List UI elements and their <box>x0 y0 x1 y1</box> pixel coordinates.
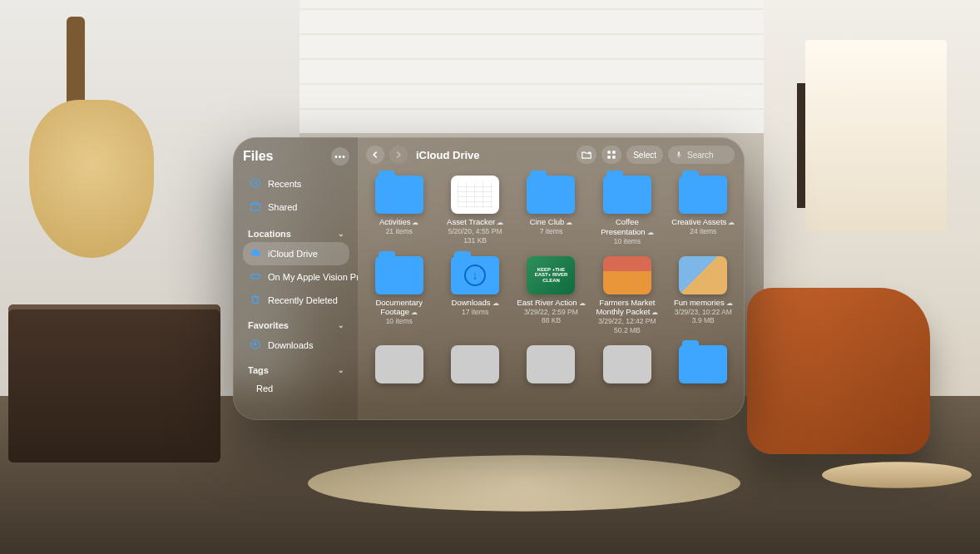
new-folder-button[interactable] <box>577 146 596 164</box>
sidebar-item-red[interactable]: Red <box>243 378 349 398</box>
chevron-down-icon: ⌄ <box>338 366 344 374</box>
item-name: Creative Assets☁︎ <box>671 217 735 227</box>
cloud-icon: ☁︎ <box>728 219 735 226</box>
item-name: Documentary Footage☁︎ <box>364 298 433 318</box>
item-thumbnail <box>679 176 727 214</box>
search-placeholder: Search <box>687 151 714 160</box>
item-meta-size: 50.2 MB <box>614 326 641 335</box>
item-meta: 17 items <box>462 308 488 317</box>
file-item[interactable]: Creative Assets☁︎ 24 items <box>667 172 740 250</box>
svg-rect-4 <box>608 151 611 154</box>
file-item[interactable] <box>667 342 740 390</box>
file-item[interactable]: KEEP +THE EAST+ RIVER CLEAN East River A… <box>515 253 587 339</box>
cloud-icon: ☁︎ <box>726 299 733 307</box>
back-button[interactable] <box>366 146 384 164</box>
main-area: iCloud Drive Select Search <box>358 137 745 420</box>
item-meta: 10 items <box>386 317 413 326</box>
grid-icon <box>606 149 617 161</box>
search-field[interactable]: Search <box>668 146 735 164</box>
file-item[interactable] <box>363 342 435 390</box>
file-item[interactable]: Downloads☁︎ 17 items <box>438 253 511 339</box>
visionpro-icon <box>250 270 261 284</box>
sidebar-item-label: iCloud Drive <box>268 249 318 259</box>
item-thumbnail <box>679 256 727 294</box>
item-meta-size: 3.9 MB <box>692 316 715 325</box>
item-thumbnail <box>527 176 575 214</box>
item-meta: 3/29/22, 12:42 PM <box>598 317 656 326</box>
item-name: Activities☁︎ <box>379 217 418 227</box>
files-window: Files ••• Recents Shared Locations ⌄ iCl… <box>233 137 745 420</box>
item-meta: 3/29/22, 2:59 PM <box>524 308 578 317</box>
cloud-icon: ☁︎ <box>566 219 572 226</box>
file-item[interactable]: Documentary Footage☁︎ 10 items <box>363 253 435 339</box>
file-item[interactable]: Asset Tracker☁︎ 5/20/20, 4:55 PM 131 KB <box>438 172 511 250</box>
item-name: Asset Tracker☁︎ <box>447 217 503 227</box>
download-icon <box>250 339 261 352</box>
item-thumbnail <box>451 345 499 383</box>
sidebar-item-label: Recents <box>268 179 301 189</box>
item-name: East River Action☁︎ <box>517 298 585 308</box>
sidebar-item-label: Red <box>256 383 273 393</box>
sidebar-item-recently-deleted[interactable]: Recently Deleted <box>243 289 349 312</box>
file-item[interactable]: Farmers Market Monthly Packet☁︎ 3/29/22,… <box>591 253 663 339</box>
item-thumbnail <box>451 176 499 214</box>
sidebar-quick-shared[interactable]: Shared <box>243 195 349 219</box>
file-item[interactable]: Cine Club☁︎ 7 items <box>515 172 587 250</box>
section-title: Tags <box>248 365 269 375</box>
file-item[interactable]: Activities☁︎ 21 items <box>363 172 435 250</box>
item-name: Cine Club☁︎ <box>530 217 573 227</box>
sidebar-section-favorites[interactable]: Favorites ⌄ <box>243 312 349 334</box>
svg-rect-7 <box>612 156 616 159</box>
cloud-icon: ☁︎ <box>412 219 418 226</box>
sidebar-item-label: Downloads <box>268 340 313 350</box>
select-label: Select <box>633 151 656 160</box>
sidebar-item-label: On My Apple Vision Pro <box>268 272 358 282</box>
cloud-icon: ☁︎ <box>411 309 418 316</box>
ellipsis-icon: ••• <box>334 152 346 161</box>
app-title: Files <box>243 149 273 164</box>
new-folder-icon <box>581 149 592 161</box>
mic-icon <box>675 149 683 161</box>
view-mode-button[interactable] <box>601 146 621 164</box>
svg-rect-6 <box>608 156 611 159</box>
file-item[interactable] <box>438 342 511 390</box>
item-thumbnail <box>679 345 727 383</box>
sidebar-item-icloud-drive[interactable]: iCloud Drive <box>243 242 349 265</box>
toolbar: iCloud Drive Select Search <box>358 137 745 169</box>
item-thumbnail <box>375 176 423 214</box>
item-meta-size: 88 KB <box>542 316 561 325</box>
svg-rect-2 <box>251 275 260 279</box>
svg-rect-5 <box>612 151 616 154</box>
cloud-icon: ☁︎ <box>651 309 658 316</box>
sidebar-section-tags[interactable]: Tags ⌄ <box>243 357 349 378</box>
item-thumbnail <box>603 345 651 383</box>
chevron-right-icon <box>393 149 404 161</box>
svg-rect-8 <box>678 151 680 155</box>
item-meta: 7 items <box>540 227 562 236</box>
file-item[interactable]: Fun memories☁︎ 3/29/23, 10:22 AM 3.9 MB <box>667 253 740 339</box>
cloud-icon: ☁︎ <box>647 229 654 236</box>
sidebar-item-label: Shared <box>268 202 297 212</box>
sidebar-item-downloads[interactable]: Downloads <box>243 334 349 357</box>
item-meta: 3/29/23, 10:22 AM <box>675 308 732 317</box>
trash-icon <box>250 294 261 307</box>
item-name: Coffee Presentation☁︎ <box>592 217 661 237</box>
item-name: Downloads☁︎ <box>452 298 499 308</box>
chevron-down-icon: ⌄ <box>338 230 344 238</box>
sidebar-section-locations[interactable]: Locations ⌄ <box>243 220 349 242</box>
forward-button[interactable] <box>389 146 408 164</box>
item-meta: 24 items <box>690 227 716 236</box>
select-button[interactable]: Select <box>626 146 663 164</box>
item-name: Fun memories☁︎ <box>674 298 733 308</box>
more-button[interactable]: ••• <box>331 147 349 166</box>
section-title: Favorites <box>248 320 289 330</box>
file-item[interactable]: Coffee Presentation☁︎ 10 items <box>591 172 663 250</box>
file-grid-scroll[interactable]: Activities☁︎ 21 items Asset Tracker☁︎ 5/… <box>358 169 745 420</box>
file-item[interactable] <box>515 342 587 390</box>
sidebar-quick-recents[interactable]: Recents <box>243 172 349 195</box>
file-item[interactable] <box>591 342 663 390</box>
sidebar-item-on-my-apple-vision-pro[interactable]: On My Apple Vision Pro <box>243 265 349 289</box>
cloud-icon: ☁︎ <box>497 219 503 226</box>
item-thumbnail <box>527 345 575 383</box>
item-thumbnail <box>375 256 423 294</box>
